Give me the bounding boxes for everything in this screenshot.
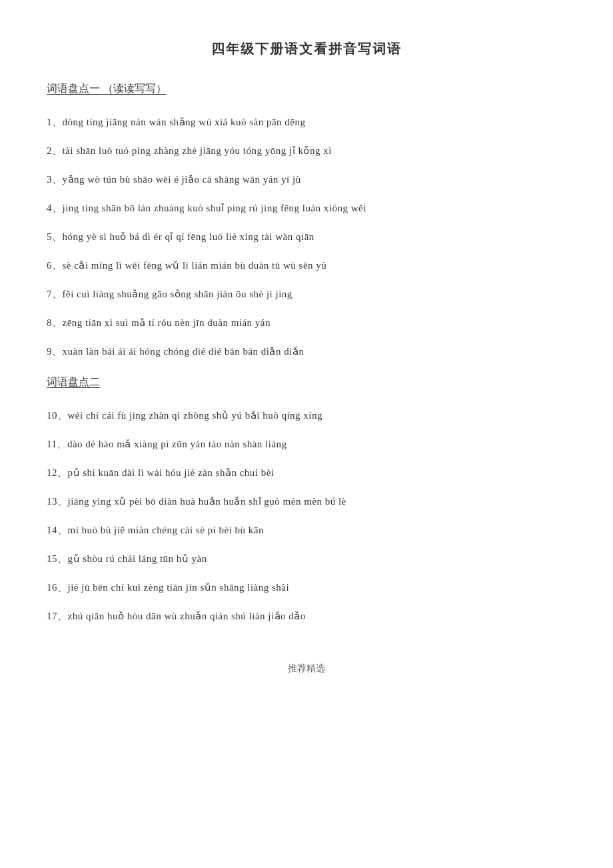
line-item: 13、jiāng yìng xǔ pèi bō diàn huà huǎn hu… [47,489,566,515]
line-item: 15、gǔ shòu rú chái láng tūn hǔ yàn [47,546,566,572]
line-item: 8、zēng tiān xì suì mǎ tí róu nèn jīn duà… [47,310,566,336]
page-container: 四年级下册语文看拼音写词语 词语盘点一 （读读写写） 1、dòng tíng j… [47,40,566,675]
line-item: 17、zhú qiān huǒ hòu dān wù zhuǎn qián sh… [47,603,566,629]
section1-header: 词语盘点一 （读读写写） [47,82,566,96]
section2-header: 词语盘点二 [47,375,566,389]
section2-lines: 10、wéi chí cái fù jīng zhàn qì zhòng shǔ… [47,403,566,629]
line-item: 10、wéi chí cái fù jīng zhàn qì zhòng shǔ… [47,403,566,429]
line-item: 12、pǔ shí kuān dài lì wài hóu jié zàn sh… [47,460,566,486]
line-item: 14、mí huò bù jiě miàn chéng cài sè pí bè… [47,517,566,543]
line-item: 1、dòng tíng jiāng nán wán shǎng wú xiá k… [47,109,566,135]
page-title: 四年级下册语文看拼音写词语 [47,40,566,58]
line-item: 5、hóng yè sì huǒ bá dì ér qǐ qí fēng luó… [47,224,566,250]
line-item: 4、jìng tíng shān bō lán zhuàng kuò shuǐ … [47,195,566,221]
line-item: 11、dào dé hào mǎ xiàng pí zūn yán táo nà… [47,431,566,457]
line-item: 6、sè cǎi míng lì wēi fēng wǔ lì lián miá… [47,253,566,279]
line-item: 3、yǎng wò tún bù shāo wēi é jiǎo cā shān… [47,167,566,193]
line-item: 16、jié jū bēn chí kuì zèng tiān jīn sǔn … [47,575,566,601]
line-item: 7、fěi cuì liáng shuǎng gāo sǒng shān jià… [47,281,566,307]
line-item: 2、tài shān luò tuó píng zhàng zhè jiāng … [47,138,566,164]
section1-lines: 1、dòng tíng jiāng nán wán shǎng wú xiá k… [47,109,566,365]
footer-label: 推荐精选 [47,663,566,675]
line-item: 9、xuàn làn bái ái ái hóng chóng dié dié … [47,339,566,365]
